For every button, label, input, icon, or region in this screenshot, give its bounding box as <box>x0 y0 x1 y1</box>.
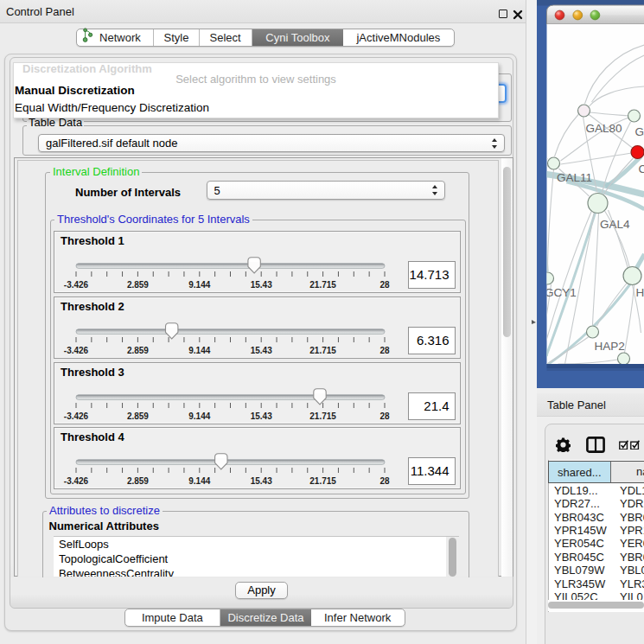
svg-text:-3.426: -3.426 <box>64 476 89 486</box>
svg-text:28: 28 <box>379 476 390 486</box>
svg-text:GAL80: GAL80 <box>585 122 622 135</box>
svg-text:28: 28 <box>379 411 390 421</box>
svg-text:-3.426: -3.426 <box>64 346 89 355</box>
svg-text:-3.426: -3.426 <box>64 411 89 421</box>
svg-text:H: H <box>635 286 644 299</box>
svg-text:GAL4: GAL4 <box>600 218 630 231</box>
svg-text:GAL11: GAL11 <box>557 171 592 184</box>
svg-text:-3.426: -3.426 <box>64 280 89 290</box>
svg-text:28: 28 <box>379 346 390 355</box>
svg-text:15.43: 15.43 <box>251 476 272 486</box>
svg-text:21.715: 21.715 <box>309 280 336 290</box>
svg-text:15.43: 15.43 <box>251 411 272 421</box>
svg-text:15.43: 15.43 <box>251 346 272 355</box>
svg-text:15.43: 15.43 <box>251 280 272 290</box>
svg-text:2.859: 2.859 <box>127 476 149 486</box>
svg-text:9.144: 9.144 <box>188 346 210 355</box>
svg-text:2.859: 2.859 <box>127 346 149 355</box>
svg-text:21.715: 21.715 <box>309 476 336 486</box>
svg-text:GA: GA <box>634 125 644 138</box>
svg-text:21.715: 21.715 <box>309 346 336 355</box>
svg-text:2.859: 2.859 <box>127 411 149 421</box>
svg-text:21.715: 21.715 <box>309 411 336 421</box>
svg-text:28: 28 <box>379 280 390 290</box>
svg-text:2.859: 2.859 <box>127 280 149 290</box>
svg-text:HAP2: HAP2 <box>594 340 624 353</box>
svg-text:GCY1: GCY1 <box>545 286 577 299</box>
svg-text:C: C <box>638 163 644 175</box>
svg-text:9.144: 9.144 <box>188 280 210 290</box>
svg-text:9.144: 9.144 <box>188 411 210 421</box>
svg-text:9.144: 9.144 <box>188 476 210 486</box>
